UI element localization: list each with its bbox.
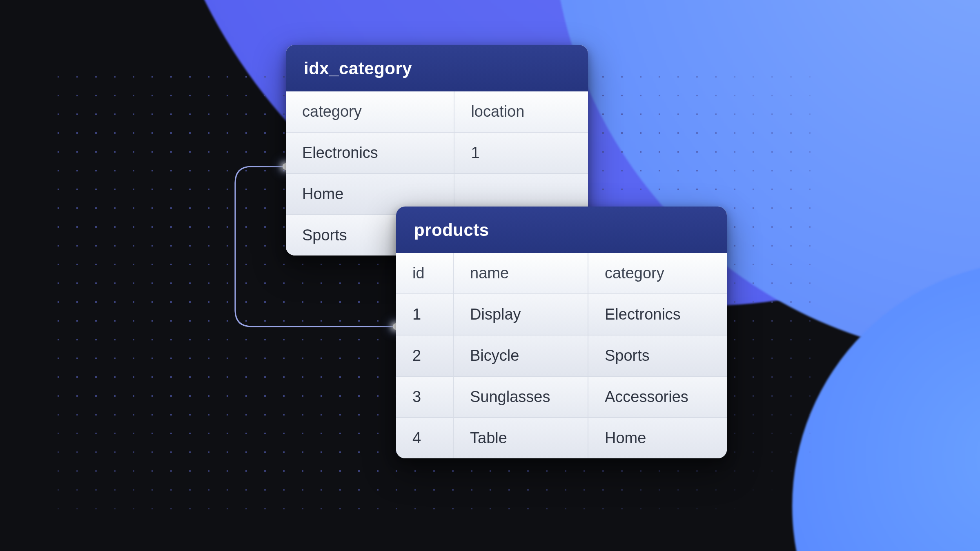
cell: Accessories — [588, 376, 727, 418]
column-header: name — [453, 253, 588, 294]
table-row: Electronics 1 — [286, 132, 588, 173]
cell: Bicycle — [453, 335, 588, 376]
table-row: 1 Display Electronics — [396, 294, 727, 335]
table-title: idx_category — [286, 45, 588, 91]
cell: 2 — [396, 335, 453, 376]
cell: Sports — [588, 335, 727, 376]
cell: Electronics — [588, 294, 727, 335]
table-title: products — [396, 207, 727, 253]
cell: Sunglasses — [453, 376, 588, 418]
cell: 1 — [396, 294, 453, 335]
table-header-row: id name category — [396, 253, 727, 294]
table-row: 3 Sunglasses Accessories — [396, 376, 727, 418]
cell: 1 — [454, 132, 588, 173]
column-header: id — [396, 253, 453, 294]
cell: Electronics — [286, 132, 454, 173]
cell: Table — [453, 418, 588, 458]
table-grid: id name category 1 Display Electronics 2… — [396, 253, 727, 458]
cell: 3 — [396, 376, 453, 418]
cell: 4 — [396, 418, 453, 458]
column-header: category — [588, 253, 727, 294]
table-card-products: products id name category 1 Display Elec… — [396, 207, 727, 458]
cell: Home — [588, 418, 727, 458]
table-header-row: category location — [286, 91, 588, 132]
column-header: category — [286, 91, 454, 132]
column-header: location — [454, 91, 588, 132]
cell: Display — [453, 294, 588, 335]
table-row: 2 Bicycle Sports — [396, 335, 727, 376]
table-row: 4 Table Home — [396, 418, 727, 458]
